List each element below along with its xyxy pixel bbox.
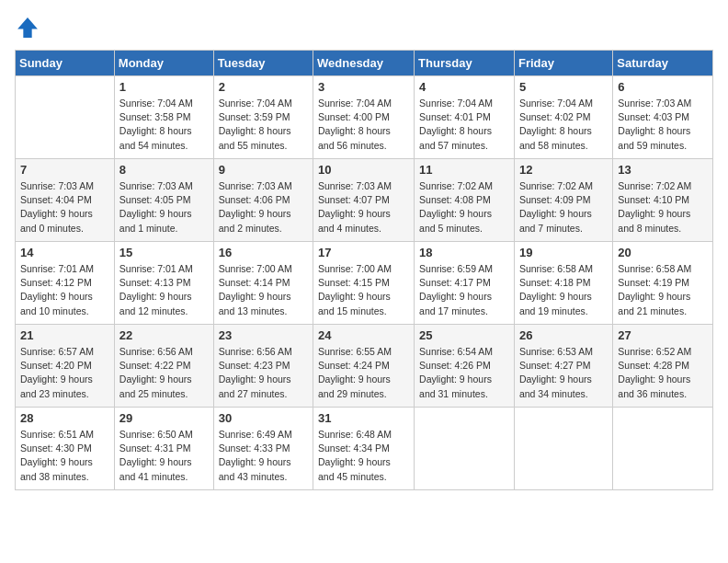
day-number: 8: [119, 163, 209, 177]
sunset-text: Sunset: 4:15 PM: [318, 276, 409, 290]
day-info: Sunrise: 7:00 AMSunset: 4:14 PMDaylight:…: [219, 262, 308, 318]
calendar-cell: 29Sunrise: 6:50 AMSunset: 4:31 PMDayligh…: [114, 408, 213, 490]
daylight-text: Daylight: 9 hours and 25 minutes.: [119, 373, 209, 400]
weekday-header: Sunday: [16, 51, 115, 76]
calendar-cell: 19Sunrise: 6:58 AMSunset: 4:18 PMDayligh…: [514, 242, 612, 325]
sunset-text: Sunset: 4:02 PM: [519, 110, 608, 124]
calendar-week-row: 1Sunrise: 7:04 AMSunset: 3:58 PMDaylight…: [16, 76, 713, 159]
weekday-header: Wednesday: [313, 51, 415, 76]
calendar-cell: 23Sunrise: 6:56 AMSunset: 4:23 PMDayligh…: [213, 325, 313, 408]
day-info: Sunrise: 6:56 AMSunset: 4:22 PMDaylight:…: [119, 345, 209, 401]
day-info: Sunrise: 6:56 AMSunset: 4:23 PMDaylight:…: [219, 345, 308, 401]
daylight-text: Daylight: 9 hours and 27 minutes.: [219, 373, 308, 400]
day-number: 10: [318, 163, 409, 177]
sunset-text: Sunset: 4:05 PM: [119, 193, 209, 207]
daylight-text: Daylight: 9 hours and 12 minutes.: [119, 290, 209, 317]
calendar-cell: 16Sunrise: 7:00 AMSunset: 4:14 PMDayligh…: [213, 242, 313, 325]
day-info: Sunrise: 6:57 AMSunset: 4:20 PMDaylight:…: [20, 345, 109, 401]
calendar-table: SundayMondayTuesdayWednesdayThursdayFrid…: [15, 50, 713, 490]
day-number: 11: [419, 163, 509, 177]
day-info: Sunrise: 6:58 AMSunset: 4:18 PMDaylight:…: [519, 262, 608, 318]
sunrise-text: Sunrise: 7:02 AM: [519, 179, 608, 193]
sunrise-text: Sunrise: 7:03 AM: [318, 179, 409, 193]
daylight-text: Daylight: 9 hours and 23 minutes.: [20, 373, 109, 400]
day-number: 13: [618, 163, 708, 177]
calendar-cell: 13Sunrise: 7:02 AMSunset: 4:10 PMDayligh…: [613, 159, 713, 242]
logo: [15, 15, 44, 40]
day-number: 5: [519, 80, 608, 94]
sunrise-text: Sunrise: 7:02 AM: [419, 179, 509, 193]
sunset-text: Sunset: 4:06 PM: [219, 193, 308, 207]
calendar-cell: 30Sunrise: 6:49 AMSunset: 4:33 PMDayligh…: [213, 408, 313, 490]
calendar-week-row: 21Sunrise: 6:57 AMSunset: 4:20 PMDayligh…: [16, 325, 713, 408]
day-info: Sunrise: 6:49 AMSunset: 4:33 PMDaylight:…: [219, 428, 308, 484]
day-number: 28: [20, 411, 109, 425]
weekday-header-row: SundayMondayTuesdayWednesdayThursdayFrid…: [16, 51, 713, 76]
calendar-cell: 3Sunrise: 7:04 AMSunset: 4:00 PMDaylight…: [313, 76, 415, 159]
sunset-text: Sunset: 4:07 PM: [318, 193, 409, 207]
calendar-cell: 2Sunrise: 7:04 AMSunset: 3:59 PMDaylight…: [213, 76, 313, 159]
sunset-text: Sunset: 3:59 PM: [219, 110, 308, 124]
day-number: 9: [219, 163, 308, 177]
sunrise-text: Sunrise: 6:50 AM: [119, 428, 209, 442]
day-number: 4: [419, 80, 509, 94]
daylight-text: Daylight: 8 hours and 58 minutes.: [519, 124, 608, 152]
day-info: Sunrise: 7:03 AMSunset: 4:05 PMDaylight:…: [119, 179, 209, 236]
day-info: Sunrise: 7:02 AMSunset: 4:08 PMDaylight:…: [419, 179, 509, 236]
page-header: [15, 15, 713, 40]
sunset-text: Sunset: 4:03 PM: [618, 110, 708, 124]
calendar-cell: 24Sunrise: 6:55 AMSunset: 4:24 PMDayligh…: [313, 325, 415, 408]
sunset-text: Sunset: 4:31 PM: [119, 442, 209, 455]
sunrise-text: Sunrise: 6:49 AM: [219, 428, 308, 442]
sunset-text: Sunset: 4:17 PM: [419, 276, 509, 290]
calendar-cell: [16, 76, 115, 159]
sunset-text: Sunset: 4:22 PM: [119, 359, 209, 373]
day-info: Sunrise: 6:53 AMSunset: 4:27 PMDaylight:…: [519, 345, 608, 401]
sunset-text: Sunset: 4:19 PM: [618, 276, 708, 290]
sunrise-text: Sunrise: 6:56 AM: [219, 345, 308, 359]
calendar-cell: 26Sunrise: 6:53 AMSunset: 4:27 PMDayligh…: [514, 325, 612, 408]
sunrise-text: Sunrise: 7:01 AM: [119, 262, 209, 276]
sunrise-text: Sunrise: 6:54 AM: [419, 345, 509, 359]
daylight-text: Daylight: 9 hours and 7 minutes.: [519, 207, 608, 235]
day-number: 17: [318, 246, 409, 259]
sunrise-text: Sunrise: 7:03 AM: [119, 179, 209, 193]
sunset-text: Sunset: 4:23 PM: [219, 359, 308, 373]
daylight-text: Daylight: 9 hours and 38 minutes.: [20, 455, 109, 483]
day-info: Sunrise: 7:04 AMSunset: 4:00 PMDaylight:…: [318, 97, 409, 153]
day-info: Sunrise: 6:59 AMSunset: 4:17 PMDaylight:…: [419, 262, 509, 318]
sunset-text: Sunset: 4:24 PM: [318, 359, 409, 373]
daylight-text: Daylight: 9 hours and 17 minutes.: [419, 290, 509, 317]
sunrise-text: Sunrise: 7:04 AM: [519, 97, 608, 110]
sunset-text: Sunset: 3:58 PM: [119, 110, 209, 124]
sunset-text: Sunset: 4:10 PM: [618, 193, 708, 207]
daylight-text: Daylight: 9 hours and 34 minutes.: [519, 373, 608, 400]
daylight-text: Daylight: 8 hours and 55 minutes.: [219, 124, 308, 152]
calendar-cell: 21Sunrise: 6:57 AMSunset: 4:20 PMDayligh…: [16, 325, 115, 408]
daylight-text: Daylight: 9 hours and 43 minutes.: [219, 455, 308, 483]
day-info: Sunrise: 6:51 AMSunset: 4:30 PMDaylight:…: [20, 428, 109, 484]
sunrise-text: Sunrise: 6:59 AM: [419, 262, 509, 276]
day-info: Sunrise: 6:48 AMSunset: 4:34 PMDaylight:…: [318, 428, 409, 484]
sunrise-text: Sunrise: 7:02 AM: [618, 179, 708, 193]
day-number: 29: [119, 411, 209, 425]
day-number: 16: [219, 246, 308, 259]
sunrise-text: Sunrise: 7:00 AM: [318, 262, 409, 276]
daylight-text: Daylight: 9 hours and 15 minutes.: [318, 290, 409, 317]
sunrise-text: Sunrise: 6:58 AM: [519, 262, 608, 276]
day-number: 30: [219, 411, 308, 425]
day-number: 26: [519, 328, 608, 342]
logo-icon: [15, 15, 40, 40]
calendar-cell: [613, 408, 713, 490]
day-info: Sunrise: 7:03 AMSunset: 4:06 PMDaylight:…: [219, 179, 308, 236]
day-info: Sunrise: 7:04 AMSunset: 4:02 PMDaylight:…: [519, 97, 608, 153]
sunset-text: Sunset: 4:30 PM: [20, 442, 109, 455]
sunset-text: Sunset: 4:14 PM: [219, 276, 308, 290]
sunrise-text: Sunrise: 7:04 AM: [318, 97, 409, 110]
day-info: Sunrise: 7:02 AMSunset: 4:10 PMDaylight:…: [618, 179, 708, 236]
day-info: Sunrise: 6:54 AMSunset: 4:26 PMDaylight:…: [419, 345, 509, 401]
weekday-header: Saturday: [613, 51, 713, 76]
day-number: 18: [419, 246, 509, 259]
sunrise-text: Sunrise: 6:53 AM: [519, 345, 608, 359]
day-number: 6: [618, 80, 708, 94]
